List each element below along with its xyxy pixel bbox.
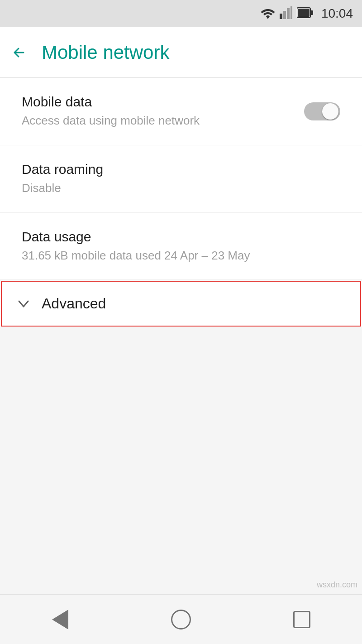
svg-rect-3 <box>291 6 292 19</box>
nav-recent-button[interactable] <box>284 601 320 638</box>
empty-area <box>0 327 362 589</box>
battery-icon <box>297 7 313 20</box>
advanced-item[interactable]: Advanced <box>1 281 361 327</box>
settings-content: Mobile data Access data using mobile net… <box>0 78 362 280</box>
wifi-icon <box>261 6 275 21</box>
status-time: 10:04 <box>321 6 353 21</box>
status-icons: 10:04 <box>261 6 353 21</box>
data-usage-item[interactable]: Data usage 31.65 kB mobile data used 24 … <box>0 213 362 280</box>
home-circle-icon <box>171 610 191 630</box>
mobile-data-text: Mobile data Access data using mobile net… <box>22 94 295 129</box>
data-usage-title: Data usage <box>22 229 340 245</box>
watermark: wsxdn.com <box>317 580 357 590</box>
svg-rect-1 <box>283 11 286 19</box>
svg-rect-6 <box>298 9 310 17</box>
app-bar: Mobile network <box>0 27 362 78</box>
nav-back-button[interactable] <box>42 601 78 638</box>
mobile-data-subtitle: Access data using mobile network <box>22 113 295 129</box>
mobile-data-title: Mobile data <box>22 94 295 110</box>
mobile-data-item[interactable]: Mobile data Access data using mobile net… <box>0 78 362 145</box>
status-bar: 10:04 <box>0 0 362 27</box>
nav-home-button[interactable] <box>163 601 199 638</box>
svg-rect-5 <box>310 10 313 15</box>
recent-square-icon <box>293 611 310 628</box>
data-roaming-title: Data roaming <box>22 162 340 177</box>
data-usage-subtitle: 31.65 kB mobile data used 24 Apr – 23 Ma… <box>22 248 340 264</box>
advanced-section: Advanced <box>0 281 362 327</box>
back-triangle-icon <box>52 610 68 630</box>
back-button[interactable] <box>11 44 27 61</box>
advanced-label: Advanced <box>42 295 106 312</box>
nav-bar <box>0 594 362 644</box>
data-roaming-text: Data roaming Disable <box>22 162 340 196</box>
data-roaming-item[interactable]: Data roaming Disable <box>0 145 362 213</box>
page-title: Mobile network <box>42 42 169 63</box>
data-usage-text: Data usage 31.65 kB mobile data used 24 … <box>22 229 340 264</box>
mobile-data-toggle[interactable] <box>304 102 340 120</box>
chevron-down-icon <box>16 297 31 311</box>
signal-icon <box>280 6 292 21</box>
svg-rect-0 <box>280 14 282 19</box>
svg-rect-2 <box>287 8 290 19</box>
data-roaming-subtitle: Disable <box>22 181 340 196</box>
